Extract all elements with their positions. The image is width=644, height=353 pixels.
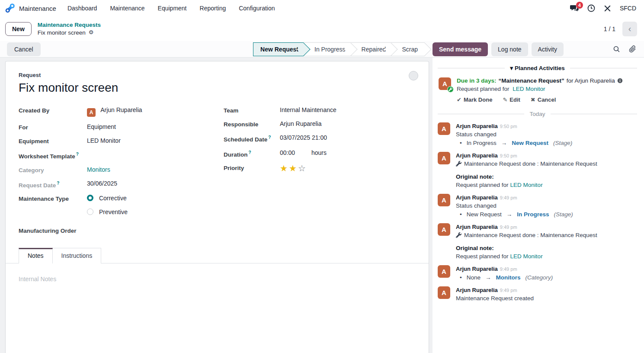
for-field[interactable]: Equipment <box>87 123 211 131</box>
request-title-input[interactable]: Fix monitor screen <box>19 81 416 95</box>
help-icon: ? <box>76 152 79 157</box>
mark-done-button[interactable]: ✔Mark Done <box>457 96 492 103</box>
wrench-icon <box>456 161 461 167</box>
avatar: A <box>438 265 450 278</box>
message-author: Arjun Ruparelia <box>456 266 498 272</box>
activities-clock-icon[interactable] <box>587 4 595 12</box>
team-field[interactable]: Internal Maintenance <box>280 106 416 114</box>
star-filled-icon[interactable]: ★ <box>280 164 289 173</box>
for-label: For <box>19 123 87 131</box>
activity-state-circle[interactable] <box>409 71 418 80</box>
activity-button[interactable]: Activity <box>532 42 564 56</box>
top-navbar: Maintenance Dashboard Maintenance Equipm… <box>0 0 644 16</box>
messages-icon[interactable]: 4 <box>570 5 579 12</box>
arrow-right-icon: → <box>506 211 513 218</box>
scheduled-date-label: Scheduled Date? <box>224 134 280 143</box>
app-switcher[interactable]: Maintenance <box>4 3 56 14</box>
manufacturing-order-label: Manufacturing Order <box>19 228 416 234</box>
maintenance-type-corrective-radio[interactable]: Corrective <box>87 195 211 202</box>
chatter-message: A Arjun Ruparelia9:50 pm Status changed … <box>438 122 637 146</box>
avatar: A <box>438 194 450 206</box>
menu-configuration[interactable]: Configuration <box>239 5 275 12</box>
pager: 1 / 1 ‹ <box>604 22 637 36</box>
attachments-paperclip-icon[interactable] <box>629 45 636 53</box>
priority-stars[interactable]: ★★☆ <box>280 164 416 173</box>
equipment-field[interactable]: LED Monitor <box>87 137 211 144</box>
pager-previous-button[interactable]: ‹ <box>622 22 637 36</box>
request-date-field[interactable]: 30/06/2025 <box>87 180 211 189</box>
caret-down-icon: ▾ <box>510 65 513 71</box>
cancel-request-button[interactable]: Cancel <box>7 42 41 56</box>
request-date-label: Request Date? <box>19 180 87 189</box>
info-icon[interactable] <box>617 78 623 83</box>
user-menu[interactable]: SFCD <box>620 5 636 12</box>
menu-reporting[interactable]: Reporting <box>200 5 226 12</box>
debug-tools-icon[interactable] <box>604 5 611 12</box>
form-view: Request Fix monitor screen Created By A … <box>0 58 433 353</box>
tab-instructions[interactable]: Instructions <box>53 248 102 263</box>
tab-notes[interactable]: Notes <box>19 248 53 263</box>
activity-assignee: for Arjun Ruparelia <box>567 77 615 84</box>
odoo-logo-icon <box>4 3 16 14</box>
actions-gear-icon[interactable]: ⚙ <box>89 29 94 36</box>
worksheet-template-field[interactable] <box>87 151 211 160</box>
form-statusbar: Cancel New Request In Progress Repaired … <box>0 42 427 56</box>
chatter-message: A Arjun Ruparelia9:49 pm Maintenance Req… <box>438 286 637 302</box>
cancel-activity-button[interactable]: ✖Cancel <box>531 96 556 103</box>
category-label: Category <box>19 166 87 173</box>
radio-checked-icon[interactable] <box>87 195 93 201</box>
star-empty-icon[interactable]: ☆ <box>298 164 307 173</box>
star-filled-icon[interactable]: ★ <box>289 164 298 173</box>
stage-new-request[interactable]: New Request <box>253 42 304 56</box>
chatter-message: A Arjun Ruparelia9:49 pm • None → Monito… <box>438 265 637 281</box>
equipment-link[interactable]: LED Monitor <box>510 182 543 188</box>
avatar: A <box>438 223 450 236</box>
team-label: Team <box>224 106 280 114</box>
main-content: Request Fix monitor screen Created By A … <box>0 58 644 353</box>
message-time: 9:50 pm <box>500 124 517 129</box>
messages-count-badge: 4 <box>576 2 583 9</box>
edit-activity-button[interactable]: ✎Edit <box>503 96 520 103</box>
breadcrumb-current-label: Fix monitor screen <box>38 29 86 37</box>
equipment-link[interactable]: LED Monitor <box>510 253 543 260</box>
menu-equipment[interactable]: Equipment <box>158 5 187 12</box>
menu-dashboard[interactable]: Dashboard <box>67 5 97 12</box>
duration-label: Duration? <box>224 149 280 158</box>
log-note-button[interactable]: Log note <box>491 42 528 56</box>
bullet-icon: • <box>460 211 462 218</box>
internal-notes-input[interactable]: Internal Notes <box>19 276 416 282</box>
chevron-left-icon: ‹ <box>628 24 631 34</box>
chatter-message: A Arjun Ruparelia9:49 pm Status changed … <box>438 194 637 218</box>
priority-label: Priority <box>224 164 280 173</box>
planned-activities-toggle[interactable]: ▾ Planned Activities <box>510 64 564 71</box>
duration-field[interactable]: 00:00 <box>280 149 295 156</box>
category-link[interactable]: Monitors <box>87 166 110 173</box>
activity-note: Request planned for <box>457 86 509 92</box>
avatar: A <box>438 122 450 135</box>
maintenance-type-preventive-radio[interactable]: Preventive <box>87 209 211 215</box>
chatter-toolbar: Send message Log note Activity <box>427 42 644 56</box>
equipment-link[interactable]: LED Monitor <box>513 86 545 92</box>
pager-count: 1 / 1 <box>604 26 615 32</box>
radio-unchecked-icon[interactable] <box>87 209 93 215</box>
breadcrumb-bar: New Maintenance Requests Fix monitor scr… <box>0 16 644 41</box>
pencil-icon: ✎ <box>503 96 507 103</box>
scheduled-date-field[interactable]: 03/07/2025 21:00 <box>280 134 416 143</box>
duration-unit: hours <box>311 149 327 156</box>
stage-in-progress[interactable]: In Progress <box>304 42 351 56</box>
search-messages-icon[interactable] <box>613 45 620 53</box>
tracking-value: • None → Monitors (Category) <box>456 274 553 281</box>
message-time: 9:49 pm <box>500 288 517 293</box>
breadcrumb-parent-link[interactable]: Maintenance Requests <box>38 21 101 29</box>
cross-icon: ✖ <box>531 96 535 103</box>
bullet-icon: • <box>460 274 462 281</box>
send-message-button[interactable]: Send message <box>433 42 488 56</box>
responsible-field[interactable]: Arjun Ruparelia <box>280 120 416 128</box>
avatar: A <box>439 77 451 90</box>
wrench-icon <box>456 232 461 238</box>
form-right-column: Team Internal Maintenance Responsible Ar… <box>224 106 416 215</box>
new-button[interactable]: New <box>5 22 32 36</box>
menu-maintenance[interactable]: Maintenance <box>110 5 144 12</box>
breadcrumb-current: Fix monitor screen ⚙ <box>38 29 101 37</box>
created-by-field[interactable]: A Arjun Ruparelia <box>87 106 211 117</box>
